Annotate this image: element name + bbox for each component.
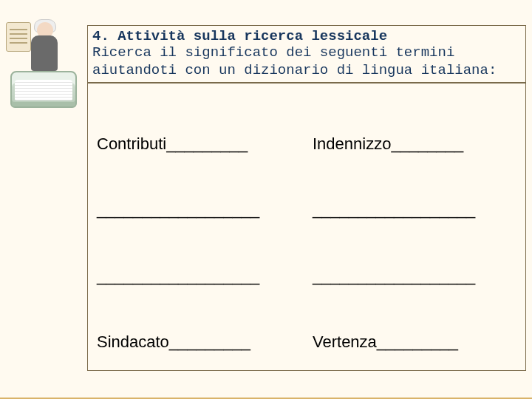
activity-title: 4. Attività sulla ricerca lessicale — [92, 28, 521, 44]
blank-line: __________________ — [313, 265, 518, 287]
columns: Contributi_________ __________________ _… — [97, 89, 518, 399]
scroll-icon — [6, 22, 31, 52]
left-column: Contributi_________ __________________ _… — [97, 89, 302, 399]
right-column: Indennizzo________ __________________ __… — [313, 89, 518, 399]
activity-subtitle: Ricerca il significato dei seguenti term… — [92, 44, 521, 80]
blank-line: __________________ — [313, 397, 518, 399]
term-contributi: Contributi_________ — [97, 133, 302, 155]
blank-line: __________________ — [313, 199, 518, 221]
term-vertenza: Vertenza_________ — [313, 331, 518, 353]
term-indennizzo: Indennizzo________ — [313, 133, 518, 155]
dictionary-pages-icon — [15, 80, 72, 100]
judge-body-icon — [31, 35, 58, 71]
slide: 4. Attività sulla ricerca lessicale Rice… — [0, 0, 532, 399]
term-sindacato: Sindacato_________ — [97, 331, 302, 353]
header-box: 4. Attività sulla ricerca lessicale Rice… — [87, 25, 526, 83]
blank-line: __________________ — [97, 397, 302, 399]
worksheet-box: Contributi_________ __________________ _… — [87, 83, 526, 371]
blank-line: __________________ — [97, 265, 302, 287]
blank-line: __________________ — [97, 199, 302, 221]
dictionary-judge-icon — [6, 22, 84, 109]
